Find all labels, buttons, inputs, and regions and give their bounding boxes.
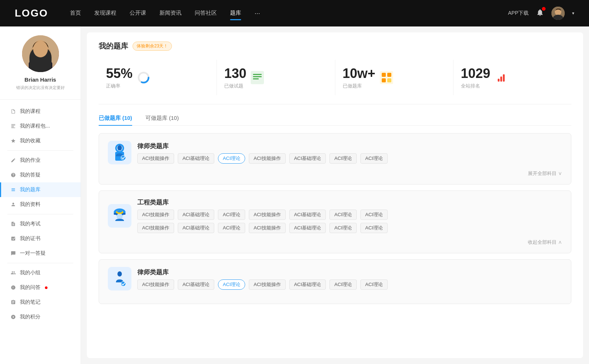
tag-2-extra-1[interactable]: ACI技能操作 xyxy=(137,223,174,233)
lawyer-svg: 👤 xyxy=(111,143,128,162)
bar-3 xyxy=(503,74,505,82)
sidebar-item-mygroup[interactable]: 我的小组 xyxy=(0,265,81,280)
sidebar-item-myfavorites[interactable]: 我的收藏 xyxy=(0,133,81,148)
sidebar-item-onetoone[interactable]: 一对一答疑 xyxy=(0,246,81,261)
page-title: 我的题库 xyxy=(99,41,128,51)
tag-1-2[interactable]: ACI基础理论 xyxy=(178,153,215,164)
sidebar-item-myqa[interactable]: 我的答疑 xyxy=(0,168,81,182)
user-icon xyxy=(10,201,16,207)
tag-3-5[interactable]: ACI基础理论 xyxy=(289,279,326,290)
doc-icon xyxy=(10,108,16,114)
tag-2-3[interactable]: ACI理论 xyxy=(218,210,245,220)
tag-1-7[interactable]: ACI理论 xyxy=(360,153,388,164)
tabs-row: 已做题库 (10) 可做题库 (10) xyxy=(99,115,571,126)
tag-1-6[interactable]: ACI理论 xyxy=(329,153,357,164)
tag-2-extra-5[interactable]: ACI基础理论 xyxy=(289,223,326,233)
qa-icon: ? xyxy=(10,285,16,290)
sidebar-item-mypoints[interactable]: 我的积分 xyxy=(0,310,81,324)
tag-1-5[interactable]: ACI基础理论 xyxy=(289,153,326,164)
bar-1 xyxy=(498,79,500,82)
tag-3-3[interactable]: ACI理论 xyxy=(218,279,245,290)
divider-3 xyxy=(7,263,73,263)
lawyer-svg-2 xyxy=(111,269,128,288)
stat-accuracy: 55% 正确率 xyxy=(99,60,216,95)
app-download-button[interactable]: APP下载 xyxy=(508,10,529,17)
stat-banks-label: 已做题库 xyxy=(343,83,375,89)
notification-bell[interactable] xyxy=(536,8,544,18)
tab-done-banks[interactable]: 已做题库 (10) xyxy=(99,115,132,125)
sidebar-item-mynotes[interactable]: 我的笔记 xyxy=(0,295,81,310)
sidebar-menu: 我的课程 我的课程包... 我的收藏 xyxy=(0,104,81,324)
tag-3-2[interactable]: ACI基础理论 xyxy=(178,279,215,290)
nav-more[interactable]: ··· xyxy=(254,10,260,17)
nav-opencourse[interactable]: 公开课 xyxy=(130,10,146,17)
sidebar-label-myqalist: 我的问答 xyxy=(20,284,40,291)
svg-point-7 xyxy=(36,50,38,51)
avatar-image xyxy=(551,7,565,20)
stat-accuracy-info: 55% 正确率 xyxy=(106,66,133,89)
nav-news[interactable]: 新闻资讯 xyxy=(159,10,181,17)
tag-3-1[interactable]: ACI技能操作 xyxy=(137,279,174,290)
grid-icon xyxy=(380,71,393,84)
tag-2-extra-6[interactable]: ACI理论 xyxy=(329,223,357,233)
tag-2-extra-3[interactable]: ACI理论 xyxy=(218,223,245,233)
nav-qa[interactable]: 问答社区 xyxy=(195,10,217,17)
tag-2-2[interactable]: ACI基础理论 xyxy=(178,210,215,220)
chat-icon xyxy=(10,250,16,256)
sidebar-item-myexam[interactable]: 我的考试 xyxy=(0,217,81,231)
question-icon xyxy=(10,172,16,178)
tag-2-extra-7[interactable]: ACI理论 xyxy=(360,223,388,233)
svg-rect-15 xyxy=(253,76,262,77)
bank-card-1-header: 👤 律师类题库 ACI技能操作 xyxy=(108,141,562,164)
svg-rect-17 xyxy=(380,71,393,84)
tag-2-extra-2[interactable]: ACI基础理论 xyxy=(178,223,215,233)
nav-questionbank[interactable]: 题库 xyxy=(230,10,241,17)
sidebar-item-mycourses[interactable]: 我的课程 xyxy=(0,104,81,119)
stat-banks-value: 10w+ xyxy=(343,66,375,81)
stat-done-value: 130 xyxy=(224,66,246,81)
divider-2 xyxy=(7,214,73,214)
user-avatar-nav[interactable] xyxy=(551,7,565,20)
bank-card-2-title-wrap: 工程类题库 ACI技能操作 ACI基础理论 ACI理论 ACI技能操作 ACI基… xyxy=(137,198,388,233)
tag-1-1[interactable]: ACI技能操作 xyxy=(137,153,174,164)
content-inner: 我的题库 体验剩余23天！ 55% 正确率 xyxy=(87,32,583,358)
tag-2-4[interactable]: ACI技能操作 xyxy=(249,210,286,220)
expand-link-2[interactable]: 收起全部科目 ∧ xyxy=(108,239,562,246)
sidebar-label-mygroup: 我的小组 xyxy=(20,270,40,276)
tag-2-extra-4[interactable]: ACI技能操作 xyxy=(249,223,286,233)
sidebar: Brian Harris 错误的决定比没有决定要好 我的课程 我的课程包... xyxy=(0,26,81,364)
svg-rect-19 xyxy=(387,73,391,77)
sidebar-item-myqalist[interactable]: ? 我的问答 xyxy=(0,280,81,295)
tag-2-6[interactable]: ACI理论 xyxy=(329,210,357,220)
avatar-svg-large xyxy=(22,35,59,72)
sidebar-item-myhomework[interactable]: 我的作业 xyxy=(0,153,81,168)
avatar-large xyxy=(22,35,59,72)
user-menu-chevron[interactable]: ▾ xyxy=(572,11,574,16)
tag-3-6[interactable]: ACI理论 xyxy=(329,279,357,290)
tag-1-3[interactable]: ACI理论 xyxy=(218,153,245,164)
tab-available-banks[interactable]: 可做题库 (10) xyxy=(145,115,179,125)
stat-rank: 1029 全站排名 xyxy=(453,60,571,95)
tag-3-7[interactable]: ACI理论 xyxy=(360,279,388,290)
nav-discover[interactable]: 发现课程 xyxy=(94,10,116,17)
svg-rect-13 xyxy=(251,71,264,84)
unread-dot xyxy=(45,286,47,289)
svg-point-8 xyxy=(43,50,45,51)
tag-1-4[interactable]: ACI技能操作 xyxy=(249,153,286,164)
tag-2-1[interactable]: ACI技能操作 xyxy=(137,210,174,220)
tag-3-4[interactable]: ACI技能操作 xyxy=(249,279,286,290)
engineer-svg xyxy=(111,206,128,225)
expand-link-1[interactable]: 展开全部科目 ∨ xyxy=(108,170,562,177)
stat-done-info: 130 已做试题 xyxy=(224,66,246,89)
sidebar-item-myprofile[interactable]: 我的资料 xyxy=(0,197,81,212)
tag-2-7[interactable]: ACI理论 xyxy=(360,210,388,220)
sidebar-item-mybank[interactable]: 我的题库 xyxy=(0,182,81,197)
sidebar-item-mycert[interactable]: 我的证书 xyxy=(0,231,81,246)
tag-2-5[interactable]: ACI基础理论 xyxy=(289,210,326,220)
nav-home[interactable]: 首页 xyxy=(70,10,81,17)
lawyer-icon-2 xyxy=(108,267,131,290)
edit-icon xyxy=(10,157,16,163)
sidebar-item-mycoursepackages[interactable]: 我的课程包... xyxy=(0,119,81,133)
note-icon xyxy=(10,299,16,305)
stat-done-label: 已做试题 xyxy=(224,83,246,89)
